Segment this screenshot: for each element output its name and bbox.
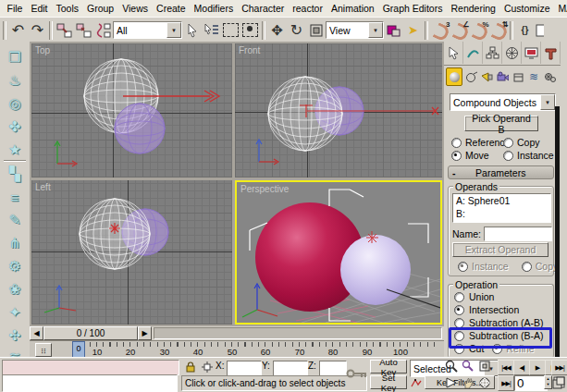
select-and-move-icon[interactable]: ✥ [267,20,287,41]
reactor-rigid-bodies-icon[interactable]: ❒ [0,47,30,67]
reactor-cloth-icon[interactable]: ♨ [0,70,30,91]
viewport-top[interactable]: Top [31,43,232,178]
zoom-all-icon[interactable] [461,359,475,373]
reactor-torus-stack-icon[interactable]: ≡ [0,187,30,207]
chevron-down-icon[interactable]: ▼ [166,22,181,38]
time-slider-groove[interactable] [154,327,442,339]
reactor-deforming-mesh-icon[interactable]: ★ [0,140,30,160]
reactor-dove-icon[interactable]: ✦ [0,302,30,323]
viewport-perspective-label[interactable]: Perspective [240,184,289,194]
menu-file[interactable]: File [3,2,27,15]
field-of-view-icon[interactable] [444,375,459,389]
clone-move-radio[interactable]: Move [451,150,503,161]
use-center-icon[interactable] [384,20,403,41]
collapse-icon[interactable]: - [452,167,456,178]
angle-snap-icon[interactable]: ∠ [450,20,469,41]
viewport-left[interactable]: Left [31,180,232,325]
y-coordinate-field[interactable] [273,361,308,376]
category-systems-icon[interactable] [542,68,557,85]
viewport-front-label[interactable]: Front [239,45,260,55]
category-lights-icon[interactable] [479,68,494,85]
select-and-link-icon[interactable] [55,20,74,41]
reactor-gear-icon[interactable]: ⚙ [0,256,30,276]
go-to-end-icon[interactable]: ▶▶| [551,360,567,375]
menu-create[interactable]: Create [153,2,191,15]
viewport-front[interactable]: Front [235,43,442,178]
viewport-top-label[interactable]: Top [35,45,50,55]
operation-union-radio[interactable]: Union [449,290,553,303]
pick-operand-b-button[interactable]: Pick Operand B [464,116,538,131]
min-max-toggle-icon[interactable] [551,375,566,389]
time-slider-prev-icon[interactable]: ◀ [30,326,43,340]
category-cameras-icon[interactable] [495,68,510,85]
previous-frame-icon[interactable]: ◀| [513,360,530,375]
keyboard-shortcut-override-key-icon[interactable] [346,363,368,384]
clone-instance-radio[interactable]: Instance [503,150,555,161]
reactor-soft-body-icon[interactable]: ◎ [0,93,30,114]
select-and-rotate-icon[interactable]: ↻ [287,20,306,41]
category-shapes-icon[interactable] [463,68,478,85]
key-mode-curve-icon[interactable] [410,375,423,389]
maxscript-mini-listener-pink[interactable] [2,360,179,375]
tab-motion-icon[interactable] [502,42,522,64]
snap-toggle-icon[interactable]: 3 [430,20,450,41]
operands-list[interactable]: A: Sphere01 B: [452,193,551,223]
operand-b[interactable]: B: [456,207,550,220]
chevron-down-icon[interactable]: ▼ [540,94,555,110]
time-slider-next-icon[interactable]: ▶ [138,326,152,340]
menu-views[interactable]: Views [118,2,153,15]
percent-snap-icon[interactable]: % [469,20,488,41]
clone-copy-radio[interactable]: Copy [503,137,555,148]
open-mini-curve-editor-icon[interactable]: ⁝⁝ [35,343,52,357]
tab-modify-icon[interactable] [463,42,483,64]
key-mode-toggle-icon[interactable]: ▶▶| [498,375,514,391]
maxscript-mini-listener-white[interactable] [2,374,178,392]
menu-graph-editors[interactable]: Graph Editors [378,2,447,15]
select-object-icon[interactable] [182,20,202,41]
absolute-offset-toggle-icon[interactable] [200,361,214,374]
object-type-dropdown[interactable]: Compound Objects ▼ [450,93,556,111]
select-and-manipulate-icon[interactable]: ➤ [403,20,423,41]
reactor-window-icon[interactable]: ▚ [0,164,30,184]
window-crossing-icon[interactable] [240,20,260,41]
menu-character[interactable]: Character [238,2,289,15]
reference-coordinate-dropdown[interactable]: View ▼ [326,21,384,39]
track-bar[interactable]: ⁝⁝ 0 10 20 30 40 50 60 70 80 90 100 [30,340,444,358]
bind-to-space-warp-icon[interactable] [93,20,113,41]
chevron-down-icon[interactable]: ▼ [368,22,383,38]
go-to-start-icon[interactable]: |◀◀ [498,360,514,375]
arc-rotate-icon[interactable] [477,375,492,389]
play-icon[interactable]: ▶ [529,360,546,375]
select-by-name-icon[interactable] [202,20,221,41]
unlink-selection-icon[interactable] [74,20,93,41]
current-frame-field[interactable] [514,375,548,391]
undo-icon[interactable]: ↶ [8,20,28,41]
named-selection-sets-icon[interactable]: {} [515,20,535,41]
tab-create-icon[interactable] [444,42,463,64]
clone-reference-radio[interactable]: Reference [451,137,503,148]
time-slider-handle[interactable]: 0 / 100 [43,326,138,340]
rectangular-selection-icon[interactable] [221,20,240,41]
operation-subtraction-ba-radio[interactable]: Subtraction (B-A) [449,329,553,342]
tab-hierarchy-icon[interactable] [483,42,502,64]
viewport-left-label[interactable]: Left [35,182,51,192]
menu-animation[interactable]: Animation [327,2,378,15]
z-coordinate-field[interactable] [319,361,347,376]
menu-reactor[interactable]: reactor [289,2,327,15]
category-geometry-icon[interactable] [446,67,462,86]
operand-name-input[interactable] [484,227,552,241]
spinner-snap-icon[interactable]: ⇅ [488,20,508,41]
menu-rendering[interactable]: Rendering [447,2,499,15]
x-coordinate-field[interactable] [227,361,262,376]
pan-hand-icon[interactable] [461,375,475,389]
category-space-warps-icon[interactable]: ≋ [526,68,541,85]
select-and-scale-icon[interactable] [306,20,326,41]
menu-tools[interactable]: Tools [52,2,83,15]
viewport-perspective[interactable]: Perspective [235,180,442,325]
selection-lock-icon[interactable] [183,361,197,374]
tab-utilities-icon[interactable] [541,42,561,64]
menu-group[interactable]: Group [83,2,118,15]
reactor-bone-icon[interactable]: ⋔ [0,233,30,253]
reactor-rope-icon[interactable]: ✤ [0,116,30,137]
parameters-rollout[interactable]: - Parameters [448,165,554,179]
